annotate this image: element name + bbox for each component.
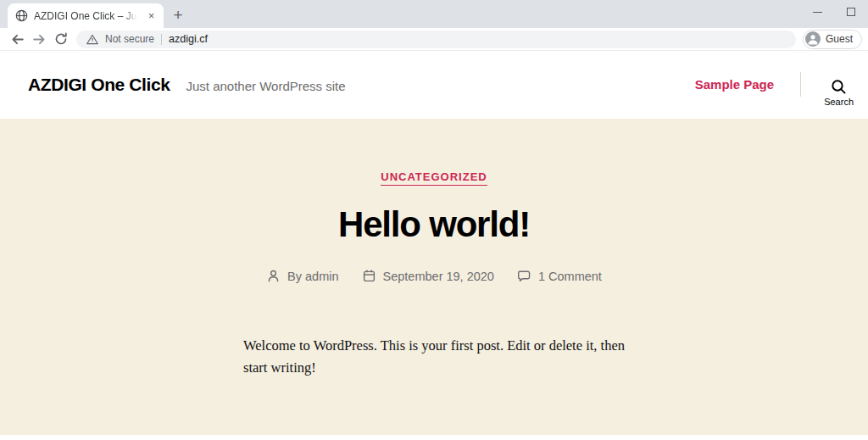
meta-comments: 1 Comment bbox=[517, 269, 602, 283]
site-header: AZDIGI One Click Just another WordPress … bbox=[0, 50, 868, 119]
post-title-link[interactable]: Hello world! bbox=[0, 205, 868, 244]
browser-tab-strip: AZDIGI One Click – Just another W × + bbox=[0, 0, 868, 28]
warning-triangle-icon bbox=[86, 34, 98, 45]
post-content-line: Welcome to WordPress. This is your first… bbox=[243, 335, 625, 357]
search-label: Search bbox=[824, 97, 854, 107]
post-content-line: start writing! bbox=[243, 357, 625, 379]
globe-icon bbox=[15, 9, 28, 22]
category-link[interactable]: UNCATEGORIZED bbox=[381, 170, 487, 186]
profile-label: Guest bbox=[826, 33, 853, 45]
back-icon[interactable] bbox=[6, 29, 28, 49]
header-divider bbox=[800, 72, 801, 97]
bottom-strip bbox=[0, 435, 868, 440]
comment-icon bbox=[517, 269, 531, 283]
site-title-link[interactable]: AZDIGI One Click bbox=[28, 75, 170, 95]
nav-link-sample-page[interactable]: Sample Page bbox=[695, 77, 774, 92]
url-text: azdigi.cf bbox=[169, 33, 208, 45]
minimize-icon[interactable] bbox=[800, 0, 834, 24]
avatar-icon bbox=[805, 31, 821, 47]
reload-icon[interactable] bbox=[50, 29, 72, 49]
tab-title: AZDIGI One Click – Just another W bbox=[34, 10, 138, 22]
comments-link[interactable]: 1 Comment bbox=[538, 270, 602, 283]
post-meta: By admin September 19, 2020 1 Comm bbox=[0, 269, 868, 283]
post-content: Welcome to WordPress. This is your first… bbox=[243, 335, 625, 378]
page-content: UNCATEGORIZED Hello world! By admin bbox=[0, 119, 868, 435]
site-branding: AZDIGI One Click Just another WordPress … bbox=[28, 75, 346, 95]
window-controls bbox=[800, 0, 868, 24]
site-tagline: Just another WordPress site bbox=[186, 79, 345, 93]
maximize-icon[interactable] bbox=[834, 0, 868, 24]
author-link[interactable]: admin bbox=[305, 270, 339, 283]
meta-date: September 19, 2020 bbox=[362, 269, 494, 283]
profile-button[interactable]: Guest bbox=[803, 30, 862, 49]
security-status: Not secure bbox=[105, 33, 154, 45]
calendar-icon bbox=[362, 269, 376, 283]
person-icon bbox=[266, 269, 281, 283]
search-button[interactable]: Search bbox=[824, 79, 854, 107]
browser-toolbar: Not secure azdigi.cf Guest bbox=[0, 28, 868, 50]
search-icon bbox=[831, 79, 847, 95]
date-link[interactable]: September 19, 2020 bbox=[383, 270, 494, 283]
author-prefix: By bbox=[287, 270, 302, 283]
meta-author: By admin bbox=[266, 269, 338, 283]
close-icon[interactable]: × bbox=[144, 8, 159, 23]
forward-icon[interactable] bbox=[28, 29, 50, 49]
omnibox-divider bbox=[161, 34, 162, 45]
browser-tab[interactable]: AZDIGI One Click – Just another W × bbox=[8, 3, 164, 28]
address-bar[interactable]: Not secure azdigi.cf bbox=[76, 31, 796, 48]
new-tab-button[interactable]: + bbox=[166, 3, 190, 27]
